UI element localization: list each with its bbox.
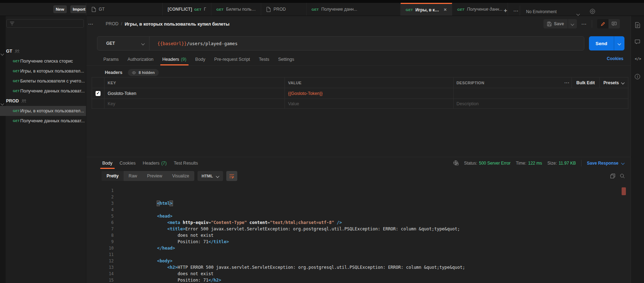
close-icon[interactable] [441, 7, 447, 12]
response-section-tab[interactable]: Headers (7) [143, 157, 167, 169]
view-mode-tab[interactable]: Pretty [102, 171, 124, 181]
code-line: 5 <title>Error 500 javax.servlet.Servlet… [86, 213, 631, 219]
request-section-tab[interactable]: Tests [259, 53, 269, 65]
header-enabled-checkbox[interactable] [96, 91, 101, 96]
tab-label: Params [103, 57, 119, 62]
new-key-placeholder[interactable]: Key [104, 99, 285, 108]
method-selector[interactable]: GET [97, 37, 150, 50]
breadcrumb-collection[interactable]: PROD [105, 21, 118, 26]
environment-selector[interactable]: No Environment [526, 9, 557, 14]
url-input[interactable]: {{baseUrl}}/users/played-games [150, 37, 238, 50]
copy-icon[interactable] [610, 173, 615, 178]
request-section-tab[interactable]: Authorization [128, 53, 153, 65]
send-options-chevron[interactable] [614, 36, 624, 50]
headers-section-header: Headers 8 hidden [105, 68, 159, 77]
chevron-down-icon[interactable] [1, 50, 4, 57]
new-button[interactable]: New [53, 5, 67, 13]
response-tabs-row: Body Cookies Headers (7) Test Results [86, 157, 631, 169]
workspace-tab[interactable]: GET Получение данн... [452, 3, 508, 16]
request-name: Получение данных пользоват... [20, 118, 85, 123]
divider [592, 20, 592, 28]
header-description-cell[interactable] [453, 88, 628, 98]
view-mode-tab[interactable]: Raw [124, 171, 142, 181]
tab-options-icon[interactable]: ••• [514, 9, 519, 12]
method-badge: GET [406, 8, 413, 12]
collection-row[interactable]: PROD [0, 96, 86, 106]
tab-label: Pre-request Script [214, 57, 250, 62]
search-icon[interactable] [620, 173, 625, 178]
request-section-tab[interactable]: Body [195, 53, 206, 65]
new-value-placeholder[interactable]: Value [285, 99, 453, 108]
request-section-tab[interactable]: Headers (9) [162, 53, 186, 65]
request-section-tab[interactable]: Settings [278, 53, 294, 65]
request-more-actions-icon[interactable]: ••• [582, 22, 587, 26]
request-name: Игры, в которых пользовател... [20, 69, 84, 74]
view-mode-tab[interactable]: Preview [142, 171, 167, 181]
headers-title: Headers [105, 70, 122, 75]
right-sidebar-rail: </> i [631, 16, 644, 283]
workspace-tab[interactable]: [CONFLICT] GET Полу... [163, 3, 211, 16]
save-response-button[interactable]: Save Response [587, 161, 624, 166]
response-section-tab[interactable]: Test Results [174, 157, 198, 169]
response-body-editor[interactable]: 1 <html> 2 3 [86, 185, 631, 283]
request-section-tab[interactable]: Pre-request Script [214, 53, 250, 65]
documentation-icon[interactable] [635, 22, 640, 28]
chevron-down-icon [216, 174, 220, 178]
collection-row[interactable]: GT [0, 46, 86, 56]
view-mode-tab[interactable]: Visualize [167, 171, 194, 181]
save-options-chevron[interactable] [568, 19, 577, 28]
scrollbar-thumb[interactable] [622, 187, 626, 195]
edit-mode-button[interactable] [597, 19, 608, 28]
send-button[interactable]: Send [589, 36, 624, 50]
sidebar-request-item[interactable]: GET Получение данных пользоват... [0, 116, 86, 126]
method-badge: GET [13, 59, 20, 63]
sidebar-request-item[interactable]: GET Игры, в которых пользовател... [0, 66, 86, 76]
sidebar-more-actions-icon[interactable]: ••• [88, 22, 93, 26]
import-button[interactable]: Import [70, 5, 86, 13]
info-icon[interactable]: i [635, 74, 640, 79]
workspace-tab[interactable]: GET Игры, в которых ... [401, 3, 452, 16]
response-meta: Status:500 Server Error Time:122 ms Size… [453, 157, 624, 169]
bulk-edit-button[interactable]: Bulk Edit [572, 78, 599, 88]
code-snippet-icon[interactable]: </> [635, 57, 641, 61]
environment-quick-look-icon[interactable] [590, 9, 595, 14]
language-selector[interactable]: HTML [197, 171, 223, 181]
request-section-tab[interactable]: Params [103, 53, 119, 65]
workspace-tab[interactable]: GT [86, 3, 163, 16]
workspace-tab[interactable]: GET Билеты пользова... [211, 3, 261, 16]
new-description-placeholder[interactable]: Description [453, 99, 628, 108]
filter-input[interactable] [17, 21, 83, 26]
tab-count: (9) [181, 57, 186, 62]
hidden-headers-toggle[interactable]: 8 hidden [128, 69, 158, 76]
sidebar-request-item[interactable]: GET Игры, в которых пользовател... [0, 106, 86, 116]
comment-button[interactable] [608, 19, 620, 28]
method-badge: GET [216, 7, 223, 11]
sidebar-request-item[interactable]: GET Билеты пользователя с учето... [0, 76, 86, 86]
workspace-tab[interactable]: PROD [261, 3, 307, 16]
new-tab-button[interactable]: + [504, 7, 507, 14]
code-line: 2 [86, 194, 631, 200]
header-key-cell[interactable]: Gosloto-Token [104, 88, 285, 98]
header-value-cell[interactable]: {{Gosloto-Token}} [285, 88, 453, 98]
presets-button[interactable]: Presets [599, 78, 628, 88]
tab-label: PROD [274, 7, 286, 12]
columns-options-icon[interactable]: ••• [564, 81, 569, 84]
tab-label: Tests [259, 57, 269, 62]
response-section-tab[interactable]: Cookies [120, 157, 136, 169]
sidebar-request-item[interactable]: GET Получение списка сторис [0, 56, 86, 66]
comments-icon[interactable] [635, 39, 640, 44]
request-name: Билеты пользователя с учето... [20, 79, 85, 84]
line-number: 2 [86, 194, 114, 200]
response-section-tab[interactable]: Body [102, 157, 113, 169]
save-button[interactable]: Save [543, 19, 568, 28]
tab-label: Authorization [128, 57, 153, 62]
wrap-text-button[interactable] [226, 171, 237, 181]
postman-window: New Import GT [CONFLICT] GET Полу... [0, 0, 644, 283]
code-token: /> [334, 220, 342, 225]
sidebar-request-item[interactable]: GET Получение данных пользоват... [0, 86, 86, 96]
chevron-down-icon[interactable] [1, 100, 4, 106]
network-icon[interactable] [453, 160, 459, 166]
workspace-tab[interactable]: GET Получение данн... [307, 3, 401, 16]
line-number: 10 [86, 245, 114, 251]
cookies-link[interactable]: Cookies [607, 56, 623, 61]
